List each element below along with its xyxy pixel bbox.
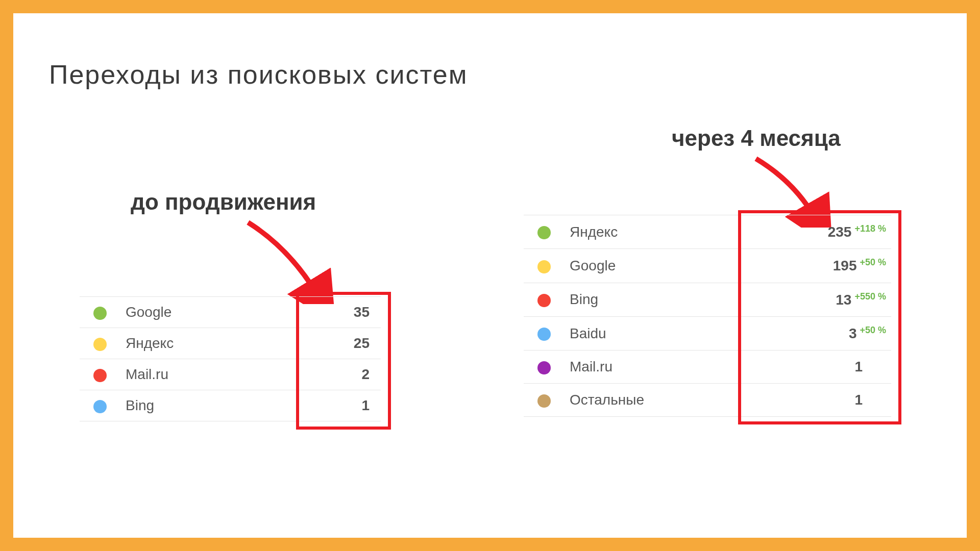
arrow-icon <box>238 217 340 304</box>
series-delta: +550 % <box>851 291 886 302</box>
series-dot-icon <box>537 226 551 239</box>
table-row: Google 195+50 % <box>524 249 891 283</box>
series-name: Яндекс <box>565 215 745 249</box>
page-title: Переходы из поисковых систем <box>49 59 468 90</box>
series-name: Google <box>120 297 288 328</box>
series-dot-icon <box>537 260 551 273</box>
series-value: 235+118 % <box>745 215 891 249</box>
series-delta <box>863 359 886 374</box>
series-dot-icon <box>93 400 107 413</box>
series-value: 3+50 % <box>745 316 891 350</box>
series-value: 13+550 % <box>745 283 891 316</box>
table-row: Яндекс 25 <box>80 328 381 359</box>
table-row: Остальные 1 <box>524 384 891 417</box>
series-value: 2 <box>288 359 381 390</box>
series-value: 195+50 % <box>745 249 891 283</box>
table-after: Яндекс 235+118 % Google 195+50 % Bing 13… <box>524 215 891 417</box>
table-row: Bing 13+550 % <box>524 283 891 316</box>
series-name: Mail.ru <box>120 359 288 390</box>
series-name: Яндекс <box>120 328 288 359</box>
series-value: 1 <box>288 390 381 421</box>
series-dot-icon <box>537 361 551 374</box>
series-delta: +50 % <box>856 257 886 267</box>
series-value: 1 <box>745 384 891 417</box>
series-dot-icon <box>537 328 551 341</box>
series-delta: +50 % <box>856 325 886 335</box>
series-name: Baidu <box>565 316 745 350</box>
series-value: 25 <box>288 328 381 359</box>
series-dot-icon <box>93 338 107 351</box>
table-row: Mail.ru 1 <box>524 350 891 384</box>
series-delta: +118 % <box>851 223 886 234</box>
slide-frame: Переходы из поисковых систем до продвиже… <box>0 0 980 551</box>
series-dot-icon <box>93 369 107 382</box>
table-row: Bing 1 <box>80 390 381 421</box>
table-row: Яндекс 235+118 % <box>524 215 891 249</box>
series-name: Mail.ru <box>565 350 745 384</box>
annotation-before: до продвижения <box>131 189 316 215</box>
series-value: 1 <box>745 350 891 384</box>
series-name: Bing <box>120 390 288 421</box>
series-delta <box>863 392 886 408</box>
series-dot-icon <box>537 294 551 307</box>
table-before: Google 35 Яндекс 25 Mail.ru 2 Bing 1 <box>80 296 381 421</box>
table-row: Baidu 3+50 % <box>524 316 891 350</box>
table-row: Mail.ru 2 <box>80 359 381 390</box>
annotation-after: через 4 месяца <box>672 126 841 151</box>
series-dot-icon <box>93 307 107 320</box>
series-dot-icon <box>537 394 551 408</box>
series-value: 35 <box>288 297 381 328</box>
series-name: Google <box>565 249 745 283</box>
series-name: Bing <box>565 283 745 316</box>
series-name: Остальные <box>565 384 745 417</box>
table-row: Google 35 <box>80 297 381 328</box>
